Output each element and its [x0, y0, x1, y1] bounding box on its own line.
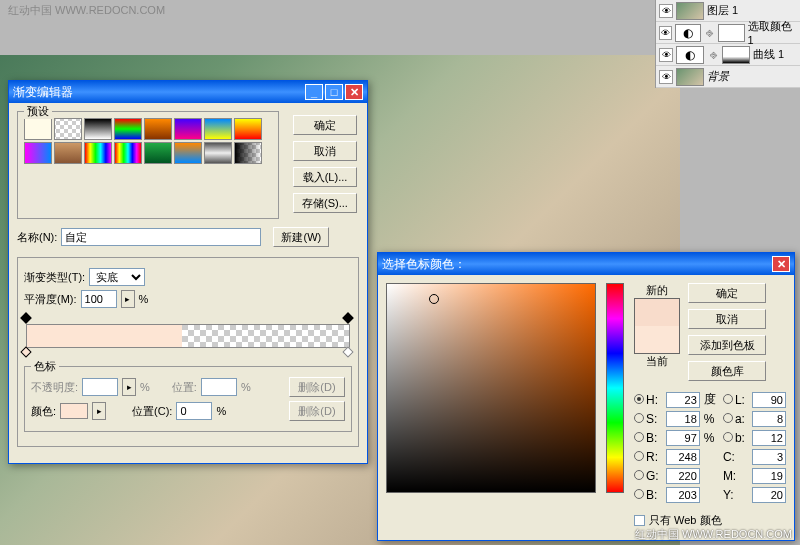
- bv-input[interactable]: [666, 487, 700, 503]
- preset-swatch[interactable]: [174, 118, 202, 140]
- radio-b2[interactable]: [723, 432, 733, 442]
- l-input[interactable]: [752, 392, 786, 408]
- preset-swatch[interactable]: [204, 118, 232, 140]
- name-input[interactable]: [61, 228, 261, 246]
- hue-slider[interactable]: [606, 283, 624, 493]
- delete-button: 删除(D): [289, 377, 345, 397]
- layer-thumb: ◐: [675, 24, 701, 42]
- radio-h[interactable]: [634, 394, 644, 404]
- layer-name: 图层 1: [707, 3, 738, 18]
- preset-swatch[interactable]: [84, 142, 112, 164]
- a-input[interactable]: [752, 411, 786, 427]
- unit-label: %: [704, 412, 719, 426]
- preset-swatch[interactable]: [114, 142, 142, 164]
- color-ring-icon[interactable]: [429, 294, 439, 304]
- preset-swatch[interactable]: [204, 142, 232, 164]
- dropdown-arrow-icon: ▸: [122, 378, 136, 396]
- color-field[interactable]: [386, 283, 596, 493]
- h-input[interactable]: [666, 392, 700, 408]
- web-only-checkbox[interactable]: [634, 515, 645, 526]
- opacity-stop[interactable]: [22, 314, 32, 324]
- radio-g[interactable]: [634, 470, 644, 480]
- delete-button: 删除(D): [289, 401, 345, 421]
- watermark-bottom: 红动中国 WWW.REDOCN.COM: [635, 527, 792, 542]
- visibility-icon[interactable]: 👁: [659, 4, 673, 18]
- save-button[interactable]: 存储(S)...: [293, 193, 357, 213]
- m-input[interactable]: [752, 468, 786, 484]
- new-button[interactable]: 新建(W): [273, 227, 329, 247]
- preset-swatch[interactable]: [234, 118, 262, 140]
- load-button[interactable]: 载入(L)...: [293, 167, 357, 187]
- close-button[interactable]: ✕: [345, 84, 363, 100]
- radio-bv[interactable]: [634, 489, 644, 499]
- layer-thumb: [676, 68, 704, 86]
- color-stop[interactable]: [344, 348, 354, 360]
- layer-row[interactable]: 👁 ◐ ⎆ 选取颜色 1: [656, 22, 800, 44]
- preset-swatch[interactable]: [144, 118, 172, 140]
- new-label: 新的: [634, 283, 680, 298]
- cancel-button[interactable]: 取消: [293, 141, 357, 161]
- g-input[interactable]: [666, 468, 700, 484]
- color-label: 颜色:: [31, 404, 56, 419]
- layer-row[interactable]: 👁 背景: [656, 66, 800, 88]
- preset-swatch[interactable]: [234, 142, 262, 164]
- radio-s[interactable]: [634, 413, 644, 423]
- radio-b[interactable]: [634, 432, 644, 442]
- s-input[interactable]: [666, 411, 700, 427]
- preset-swatch[interactable]: [114, 118, 142, 140]
- layer-thumb: [676, 2, 704, 20]
- opacity-stop[interactable]: [344, 314, 354, 324]
- visibility-icon[interactable]: 👁: [659, 48, 673, 62]
- cancel-button[interactable]: 取消: [688, 309, 766, 329]
- posc-input[interactable]: [176, 402, 212, 420]
- close-button[interactable]: ✕: [772, 256, 790, 272]
- smooth-input[interactable]: [81, 290, 117, 308]
- pos-label: 位置:: [172, 380, 197, 395]
- ok-button[interactable]: 确定: [293, 115, 357, 135]
- color-swatch[interactable]: [60, 403, 88, 419]
- type-select[interactable]: 实底: [89, 268, 145, 286]
- preset-swatch[interactable]: [174, 142, 202, 164]
- r-input[interactable]: [666, 449, 700, 465]
- layer-row[interactable]: 👁 ◐ ⎆ 曲线 1: [656, 44, 800, 66]
- gradient-bar[interactable]: [26, 324, 350, 348]
- titlebar[interactable]: 选择色标颜色： ✕: [378, 253, 794, 275]
- dialog-title: 渐变编辑器: [13, 84, 303, 101]
- visibility-icon[interactable]: 👁: [659, 70, 673, 84]
- opacity-label: 不透明度:: [31, 380, 78, 395]
- pct-label: %: [216, 405, 226, 417]
- presets-legend: 预设: [24, 104, 52, 119]
- c-input[interactable]: [752, 449, 786, 465]
- layer-thumb: ◐: [676, 46, 704, 64]
- radio-a[interactable]: [723, 413, 733, 423]
- mask-thumb: [718, 24, 744, 42]
- add-swatch-button[interactable]: 添加到色板: [688, 335, 766, 355]
- preset-swatch[interactable]: [54, 118, 82, 140]
- radio-r[interactable]: [634, 451, 644, 461]
- current-label: 当前: [634, 354, 680, 369]
- preset-swatch[interactable]: [54, 142, 82, 164]
- preset-grid: [24, 118, 272, 164]
- b2-input[interactable]: [752, 430, 786, 446]
- b-input[interactable]: [666, 430, 700, 446]
- pct-label: %: [139, 293, 149, 305]
- visibility-icon[interactable]: 👁: [659, 26, 672, 40]
- titlebar[interactable]: 渐变编辑器 _ □ ✕: [9, 81, 367, 103]
- preset-swatch[interactable]: [84, 118, 112, 140]
- color-picker-dialog: 选择色标颜色： ✕ 新的 当前 确定 取消 添加到色板: [377, 252, 795, 541]
- radio-l[interactable]: [723, 394, 733, 404]
- layers-panel: 👁 图层 1 👁 ◐ ⎆ 选取颜色 1 👁 ◐ ⎆ 曲线 1 👁 背景: [655, 0, 800, 88]
- minimize-button[interactable]: _: [305, 84, 323, 100]
- stops-legend: 色标: [31, 359, 59, 374]
- unit-label: %: [704, 431, 719, 445]
- preset-swatch[interactable]: [24, 118, 52, 140]
- ok-button[interactable]: 确定: [688, 283, 766, 303]
- dropdown-arrow-icon[interactable]: ▸: [121, 290, 135, 308]
- preset-swatch[interactable]: [144, 142, 172, 164]
- dropdown-arrow-icon[interactable]: ▸: [92, 402, 106, 420]
- watermark-top: 红动中国 WWW.REDOCN.COM: [8, 3, 165, 18]
- y-input[interactable]: [752, 487, 786, 503]
- maximize-button[interactable]: □: [325, 84, 343, 100]
- preset-swatch[interactable]: [24, 142, 52, 164]
- color-lib-button[interactable]: 颜色库: [688, 361, 766, 381]
